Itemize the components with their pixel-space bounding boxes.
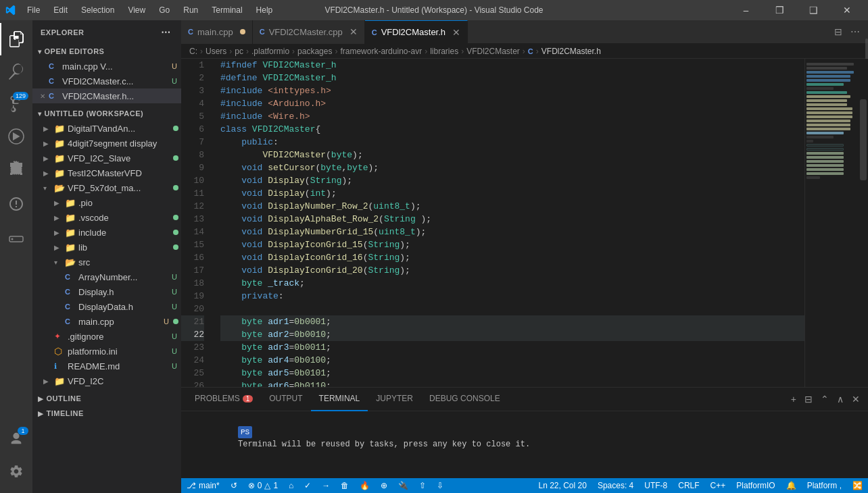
folder-include[interactable]: ▶ 📁 include [32,225,181,240]
file-arraynumber[interactable]: C ArrayNumber... U [32,269,181,284]
extensions-activity-icon[interactable] [0,153,32,185]
split-editor-button[interactable]: ⊟ [831,25,845,38]
trash-status[interactable]: 🗑 [335,478,354,493]
indent-status[interactable]: Spaces: 4 [592,478,639,493]
new-terminal-button[interactable]: + [788,392,799,406]
menu-terminal[interactable]: Terminal [206,4,247,16]
language-mode-status[interactable]: C++ [705,478,731,493]
folder-vfd-i2c-slave[interactable]: ▶ 📁 VFD_I2C_Slave [32,151,181,165]
accounts-activity-icon[interactable]: 1 [0,423,32,455]
debug-console-tab[interactable]: DEBUG CONSOLE [421,388,508,411]
split-terminal-button[interactable]: ⊟ [802,392,815,406]
upload-status[interactable]: ⇧ [414,478,431,493]
sync-status[interactable]: ↺ [225,478,243,493]
menu-selection[interactable]: Selection [76,4,120,16]
folder-vscode[interactable]: ▶ 📁 .vscode [32,210,181,225]
workspace-section[interactable]: ▾ UNTITLED (WORKSPACE) [32,106,181,121]
restore-button[interactable]: ❑ [798,0,829,20]
breadcrumb-c[interactable]: C: [189,47,197,56]
git-branch-status[interactable]: ⎇ main* [181,478,225,493]
encoding-status[interactable]: UTF-8 [639,478,673,493]
output-tab[interactable]: OUTPUT [261,388,310,411]
tab-vfdi2cmaster-cpp-close[interactable]: ✕ [349,26,358,37]
menu-help[interactable]: Help [251,4,279,16]
open-editors-section[interactable]: ▾ OPEN EDITORS [32,44,181,59]
code-content[interactable]: #ifndef VFDI2CMaster_h #define VFDI2CMas… [215,59,804,387]
platformio-label: PlatformIO [736,481,775,490]
breadcrumb-users[interactable]: Users [206,47,226,56]
terminal-more-button[interactable]: ⌃ [818,392,831,406]
tab-vfdi2cmaster-h[interactable]: C VFDl2CMaster.h ✕ [365,20,468,44]
open-editor-vfdi2c-h[interactable]: ✕ C VFDl2CMaster.h... [32,88,181,103]
download-status[interactable]: ⇩ [431,478,449,493]
minimize-button[interactable]: ‒ [730,0,761,20]
source-control-activity-icon[interactable]: 129 [0,88,32,120]
compass-status[interactable]: ⊕ [375,478,393,493]
file-readmemd[interactable]: ℹ README.md U [32,359,181,373]
breadcrumb-framework[interactable]: framework-arduino-avr [340,47,422,56]
panel-close-button[interactable]: ✕ [849,392,863,406]
fire-status[interactable]: 🔥 [354,478,375,493]
feedback-status[interactable]: 🔀 [847,478,868,493]
explorer-activity-icon[interactable] [0,23,32,55]
search-activity-icon[interactable] [0,55,32,88]
platform-info-status[interactable]: 🔔 [781,478,802,493]
file-platformioini[interactable]: ⬡ platformio.ini U [32,344,181,359]
menu-go[interactable]: Go [153,4,175,16]
folder-vfd5x7[interactable]: ▾ 📂 VFD_5x7dot_ma... [32,180,181,195]
jupyter-tab[interactable]: JUPYTER [368,388,421,411]
maximize-button[interactable]: ❒ [764,0,795,20]
folder-vfd-i2c[interactable]: ▶ 📁 VFD_I2C [32,373,181,388]
code-editor[interactable]: 12345 678910 1112131415 1617181920 21 22… [181,59,859,387]
breadcrumb-libraries[interactable]: libraries [430,47,458,56]
menu-view[interactable]: View [122,4,151,16]
tab-main-cpp[interactable]: C main.cpp [181,20,253,44]
check-status[interactable]: ✓ [299,478,316,493]
file-displaydatah[interactable]: C DisplayData.h U [32,299,181,314]
new-file-button[interactable]: ⋯ [158,26,174,39]
file-gitignore[interactable]: ✦ .gitignore U [32,329,181,344]
panel-content[interactable]: PS Terminal will be reused by tasks, pre… [181,411,868,478]
breadcrumb-c-icon[interactable]: C [528,47,533,55]
line-ending-status[interactable]: CRLF [673,478,704,493]
folder-src[interactable]: ▾ 📂 src [32,255,181,269]
folder-digitaltvandan[interactable]: ▶ 📁 DigitalTVandAn... [32,121,181,136]
arrow-status[interactable]: → [316,478,335,493]
panel-up-button[interactable]: ∧ [834,392,846,406]
menu-file[interactable]: File [22,4,45,16]
breadcrumb-pc[interactable]: pc [235,47,243,56]
menu-run[interactable]: Run [178,4,203,16]
remote-activity-icon[interactable] [0,223,32,255]
notification-status[interactable]: Platform , [802,478,847,493]
editor-scrollbar[interactable] [859,59,868,387]
breadcrumb-vfdi2cmaster[interactable]: VFDl2CMaster [466,47,520,56]
settings-activity-icon[interactable] [0,455,32,488]
tab-vfdi2cmaster-cpp[interactable]: C VFDl2CMaster.cpp ✕ [253,20,365,44]
breadcrumb-platformio[interactable]: .platformio [251,47,289,56]
tab-vfdi2cmaster-h-close[interactable]: ✕ [452,27,460,38]
more-actions-button[interactable]: ⋯ [848,25,863,38]
timeline-section[interactable]: ▶ TIMELINE [32,406,181,421]
outline-section[interactable]: ▶ OUTLINE [32,391,181,406]
problems-status[interactable]: ⊗ 0 △ 1 [243,478,283,493]
file-displayh[interactable]: C Display.h U [32,284,181,299]
open-editor-main-cpp[interactable]: C main.cpp V... U [32,59,181,74]
platformio-activity-icon[interactable] [0,188,32,220]
breadcrumb-packages[interactable]: packages [297,47,332,56]
terminal-tab[interactable]: TERMINAL [311,388,368,411]
platformio-status-item[interactable]: PlatformIO [731,478,780,493]
file-maincpp[interactable]: C main.cpp U [32,314,181,329]
close-icon[interactable]: ✕ [38,93,47,100]
problems-tab[interactable]: PROBLEMS 1 [187,388,261,411]
serial-status[interactable]: 🔌 [393,478,414,493]
folder-pio[interactable]: ▶ 📁 .pio [32,195,181,210]
folder-4digit[interactable]: ▶ 📁 4digit7segment display [32,136,181,151]
run-activity-icon[interactable] [0,120,32,153]
open-editor-vfdi2c-cpp[interactable]: C VFDl2CMaster.c... U [32,74,181,88]
menu-edit[interactable]: Edit [48,4,73,16]
close-button[interactable]: ✕ [831,0,863,20]
cursor-position-status[interactable]: Ln 22, Col 20 [533,478,592,493]
folder-testi2c[interactable]: ▶ 📁 TestI2CMasterVFD [32,165,181,180]
folder-lib[interactable]: ▶ 📁 lib [32,240,181,255]
platformio-home-status[interactable]: ⌂ [283,478,299,493]
